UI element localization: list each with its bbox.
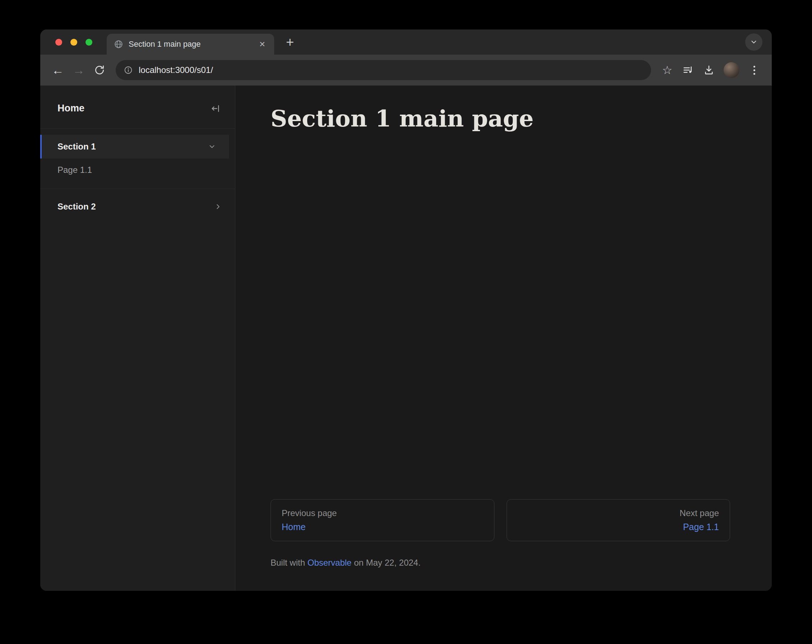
window-close-button[interactable] xyxy=(55,39,62,46)
reload-icon xyxy=(94,65,105,75)
sidebar-item-page-1-1[interactable]: Page 1.1 xyxy=(40,159,235,182)
content-spacer xyxy=(270,132,730,499)
pager-previous-card[interactable]: Previous page Home xyxy=(270,499,495,541)
pager-previous-link[interactable]: Home xyxy=(282,522,483,532)
chevron-right-icon[interactable] xyxy=(214,203,222,211)
media-controls-button[interactable] xyxy=(678,60,699,81)
sidebar: Home Section 1 xyxy=(40,85,235,591)
pager: Previous page Home Next page Page 1.1 xyxy=(270,499,730,541)
forward-button: → xyxy=(68,60,89,81)
sidebar-home-link[interactable]: Home xyxy=(58,103,84,114)
window-zoom-button[interactable] xyxy=(85,39,92,46)
collapse-sidebar-icon xyxy=(211,104,221,114)
page-area: Home Section 1 xyxy=(40,85,772,591)
browser-tab[interactable]: Section 1 main page × xyxy=(107,34,274,55)
pager-next-link[interactable]: Page 1.1 xyxy=(683,522,719,532)
sidebar-item-label: Section 1 xyxy=(58,142,96,152)
sidebar-divider xyxy=(40,128,235,129)
main-content: Section 1 main page Previous page Home N… xyxy=(235,85,772,591)
url-bar[interactable]: localhost:3000/s01/ xyxy=(116,60,651,80)
pager-next-card[interactable]: Next page Page 1.1 xyxy=(507,499,730,541)
sidebar-item-label: Page 1.1 xyxy=(58,165,92,175)
sidebar-header: Home xyxy=(40,85,235,128)
back-button[interactable]: ← xyxy=(47,60,68,81)
desktop-background: { "browser": { "tab": { "title": "Sectio… xyxy=(0,0,812,644)
page-title: Section 1 main page xyxy=(270,105,730,132)
download-icon xyxy=(704,65,714,75)
tab-strip: Section 1 main page × + xyxy=(40,29,772,55)
globe-favicon-icon xyxy=(114,40,123,49)
browser-toolbar: ← → localhost:3000/s01/ ☆ xyxy=(40,55,772,85)
kebab-menu-icon xyxy=(754,66,755,75)
tab-search-chevron-button[interactable] xyxy=(745,34,762,51)
pager-previous-label: Previous page xyxy=(282,508,483,518)
profile-avatar[interactable] xyxy=(723,62,739,78)
bookmark-star-button[interactable]: ☆ xyxy=(657,60,678,81)
built-with-footer: Built with Observable on May 22, 2024. xyxy=(270,558,730,568)
site-info-icon[interactable] xyxy=(124,66,133,75)
url-text: localhost:3000/s01/ xyxy=(139,65,213,75)
tab-close-button[interactable]: × xyxy=(256,38,269,50)
pager-next-label: Next page xyxy=(680,508,719,518)
media-controls-icon xyxy=(683,65,693,75)
chevron-down-icon[interactable] xyxy=(208,143,216,151)
footer-prefix-text: Built with xyxy=(270,558,305,568)
chevron-down-icon xyxy=(750,38,758,46)
sidebar-item-section-2[interactable]: Section 2 xyxy=(40,189,235,224)
reload-button[interactable] xyxy=(89,60,110,81)
footer-suffix-text: on May 22, 2024. xyxy=(354,558,420,568)
tab-title: Section 1 main page xyxy=(129,40,251,49)
download-button[interactable] xyxy=(699,60,719,81)
collapse-sidebar-button[interactable] xyxy=(211,104,221,114)
sidebar-item-label: Section 2 xyxy=(58,201,96,212)
browser-menu-button[interactable] xyxy=(744,60,765,81)
sidebar-item-section-1[interactable]: Section 1 xyxy=(40,135,229,159)
browser-window: Section 1 main page × + ← → xyxy=(40,29,772,591)
traffic-lights xyxy=(55,29,92,55)
observable-link[interactable]: Observable xyxy=(308,558,352,568)
window-minimize-button[interactable] xyxy=(70,39,77,46)
new-tab-button[interactable]: + xyxy=(280,32,300,52)
